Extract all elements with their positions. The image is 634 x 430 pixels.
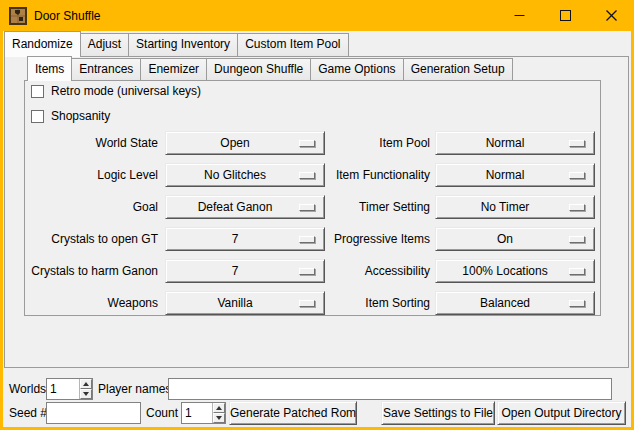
goal-dropdown[interactable]: Defeat Ganon: [165, 195, 325, 219]
dropdown-value: 7: [232, 229, 239, 249]
dropdown-indicator-icon: [569, 204, 585, 211]
crystals-ganon-label: Crystals to harm Ganon: [20, 259, 158, 283]
save-settings-button[interactable]: Save Settings to File: [381, 401, 495, 425]
weapons-label: Weapons: [20, 291, 158, 315]
world-state-dropdown[interactable]: Open: [165, 131, 325, 155]
dropdown-indicator-icon: [569, 300, 585, 307]
weapons-dropdown[interactable]: Vanilla: [165, 291, 325, 315]
tab-dungeon-shuffle[interactable]: Dungeon Shuffle: [206, 58, 311, 80]
tab-starting-inventory[interactable]: Starting Inventory: [128, 33, 238, 56]
close-button[interactable]: [588, 0, 634, 31]
shopsanity-checkbox[interactable]: [31, 110, 44, 123]
dropdown-indicator-icon: [299, 140, 315, 147]
count-spin-down[interactable]: [213, 413, 225, 423]
dropdown-value: Balanced: [480, 293, 530, 313]
dropdown-value: On: [497, 229, 513, 249]
timer-setting-dropdown[interactable]: No Timer: [435, 195, 595, 219]
world-state-label: World State: [20, 131, 158, 155]
dropdown-value: Open: [220, 133, 249, 153]
logic-level-label: Logic Level: [20, 163, 158, 187]
shopsanity-row: Shopsanity: [31, 109, 110, 123]
dropdown-value: 100% Locations: [462, 261, 547, 281]
seed-label: Seed #: [9, 402, 47, 424]
tab-adjust[interactable]: Adjust: [80, 33, 129, 56]
crystals-gt-dropdown[interactable]: 7: [165, 227, 325, 251]
worlds-label: Worlds: [9, 378, 46, 400]
worlds-stepper[interactable]: [46, 378, 93, 400]
dropdown-indicator-icon: [299, 172, 315, 179]
progressive-items-label: Progressive Items: [322, 227, 430, 251]
crystals-ganon-dropdown[interactable]: 7: [165, 259, 325, 283]
player-names-input[interactable]: [168, 378, 612, 400]
item-functionality-label: Item Functionality: [322, 163, 430, 187]
main-tab-bar: Randomize Adjust Starting Inventory Cust…: [4, 31, 348, 57]
item-pool-dropdown[interactable]: Normal: [435, 131, 595, 155]
worlds-spin-up[interactable]: [80, 379, 92, 389]
dropdown-value: No Timer: [481, 197, 530, 217]
accessibility-dropdown[interactable]: 100% Locations: [435, 259, 595, 283]
retro-mode-label: Retro mode (universal keys): [51, 84, 201, 98]
progressive-items-dropdown[interactable]: On: [435, 227, 595, 251]
dropdown-indicator-icon: [299, 236, 315, 243]
dropdown-indicator-icon: [299, 268, 315, 275]
spinner-down-icon: [216, 416, 222, 420]
dropdown-indicator-icon: [569, 236, 585, 243]
tab-game-options[interactable]: Game Options: [310, 58, 403, 80]
item-sorting-label: Item Sorting: [322, 291, 430, 315]
minimize-icon: [514, 10, 525, 21]
dropdown-indicator-icon: [569, 268, 585, 275]
tab-entrances[interactable]: Entrances: [71, 58, 141, 80]
minimize-button[interactable]: [496, 0, 542, 31]
dropdown-indicator-icon: [569, 172, 585, 179]
maximize-icon: [560, 10, 571, 21]
close-icon: [606, 10, 617, 21]
count-stepper[interactable]: [181, 402, 226, 424]
dropdown-value: Vanilla: [217, 293, 252, 313]
spinner-up-icon: [83, 382, 89, 386]
dropdown-indicator-icon: [299, 204, 315, 211]
tab-items[interactable]: Items: [27, 56, 72, 81]
timer-setting-label: Timer Setting: [322, 195, 430, 219]
count-label: Count: [146, 402, 178, 424]
tab-enemizer[interactable]: Enemizer: [140, 58, 207, 80]
dropdown-value: Defeat Ganon: [198, 197, 273, 217]
accessibility-label: Accessibility: [322, 259, 430, 283]
window-title: Door Shuffle: [34, 9, 101, 23]
tab-custom-item-pool[interactable]: Custom Item Pool: [237, 33, 348, 56]
worlds-spin-down[interactable]: [80, 389, 92, 399]
goal-label: Goal: [20, 195, 158, 219]
tab-generation-setup[interactable]: Generation Setup: [403, 58, 513, 80]
item-sorting-dropdown[interactable]: Balanced: [435, 291, 595, 315]
dropdown-value: Normal: [486, 133, 525, 153]
crystals-gt-label: Crystals to open GT: [20, 227, 158, 251]
tab-randomize[interactable]: Randomize: [4, 31, 81, 57]
item-functionality-dropdown[interactable]: Normal: [435, 163, 595, 187]
shopsanity-label: Shopsanity: [51, 109, 110, 123]
count-input[interactable]: [182, 403, 212, 423]
retro-mode-row: Retro mode (universal keys): [31, 84, 201, 98]
dropdown-value: 7: [232, 261, 239, 281]
dropdown-indicator-icon: [569, 140, 585, 147]
count-spin-up[interactable]: [213, 403, 225, 413]
sub-tab-bar: Items Entrances Enemizer Dungeon Shuffle…: [27, 56, 512, 81]
titlebar: Door Shuffle: [0, 0, 634, 31]
retro-mode-checkbox[interactable]: [31, 85, 44, 98]
spinner-down-icon: [83, 392, 89, 396]
door-icon: [9, 7, 27, 25]
dropdown-value: Normal: [486, 165, 525, 185]
dropdown-value: No Glitches: [204, 165, 266, 185]
seed-input[interactable]: [46, 402, 141, 424]
generate-patched-rom-button[interactable]: Generate Patched Rom: [229, 401, 357, 425]
player-names-label: Player names: [98, 378, 171, 400]
item-pool-label: Item Pool: [322, 131, 430, 155]
spinner-up-icon: [216, 406, 222, 410]
logic-level-dropdown[interactable]: No Glitches: [165, 163, 325, 187]
maximize-button[interactable]: [542, 0, 588, 31]
worlds-input[interactable]: [47, 379, 79, 399]
dropdown-indicator-icon: [299, 300, 315, 307]
open-output-directory-button[interactable]: Open Output Directory: [497, 401, 626, 425]
